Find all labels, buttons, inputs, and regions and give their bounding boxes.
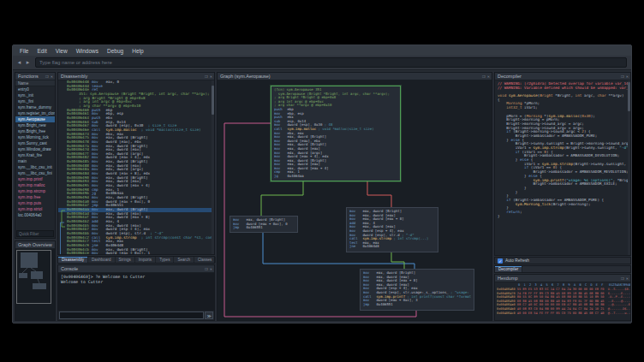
function-list-item[interactable]: sym.imp.free — [15, 194, 55, 200]
decompiler-panel: Decompiler ❐✕ // WARNING: [r2ghidra] Det… — [494, 72, 631, 256]
function-list-item[interactable]: sym.imp.strcmp — [15, 188, 55, 194]
back-icon[interactable]: ◂ — [15, 58, 23, 67]
close-icon[interactable]: ✕ — [626, 74, 629, 79]
function-list-item[interactable]: sym.imp.malloc — [15, 182, 55, 188]
tab-search[interactable]: Search — [174, 257, 194, 263]
function-list-item[interactable]: sym.Aeropause — [15, 116, 55, 122]
disassembly-listing[interactable]: 0x00406448mov eax, 00x0040644dleave 0x00… — [58, 80, 212, 254]
decompiler-panel-title: Decompiler — [495, 73, 630, 80]
function-list-item[interactable]: sym.Sunny_cast — [15, 140, 55, 146]
menubar: FileEditViewWindowsDebugHelp — [13, 45, 631, 56]
graph-node[interactable]: mov eax, dword [Bright]mov eax, dword [e… — [360, 269, 474, 311]
console-output[interactable]: [0x00406460]> ?e Welcome to CutterWelcom… — [58, 273, 214, 311]
tab-strings[interactable]: Strings — [116, 257, 135, 263]
float-icon[interactable]: ❐ — [621, 276, 624, 281]
function-list-item[interactable]: sym._fini — [15, 98, 55, 104]
console-line: Welcome to Cutter — [61, 280, 212, 285]
function-list-item[interactable]: main — [15, 158, 55, 164]
float-icon[interactable]: ❐ — [621, 74, 624, 79]
console-run-button[interactable]: ≫ — [205, 312, 213, 319]
disassembly-panel-title: Disassembly — [58, 73, 214, 80]
float-icon[interactable]: ❐ — [205, 267, 208, 271]
hexdump-row[interactable]: 0x004064c0 40 00 E8 54 FE FF FF 85 C0 75… — [497, 312, 630, 316]
disassembly-panel: Disassembly ❐✕ 0x00406448mov eax, 00x004… — [57, 72, 215, 255]
function-list-item[interactable]: loc.004064a0 — [15, 212, 55, 218]
menu-item-debug[interactable]: Debug — [103, 48, 128, 54]
graph-edge-false — [367, 180, 391, 207]
tab-dashboard[interactable]: Dashboard — [88, 257, 115, 263]
graph-node-line: jmp 0x406551 — [363, 303, 471, 307]
tab-imports[interactable]: Imports — [135, 257, 156, 263]
function-list-item[interactable]: sym.register_tm_clones — [15, 110, 55, 116]
function-list-item[interactable]: entry0 — [15, 86, 55, 92]
float-icon[interactable]: ❐ — [482, 74, 486, 79]
console-panel: Console ❐✕ [0x00406460]> ?e Welcome to C… — [57, 264, 215, 321]
function-list-item[interactable]: sym.Window_draw — [15, 146, 55, 152]
jump-arrows — [59, 88, 67, 254]
auto-refresh-checkbox[interactable]: ✓ — [498, 258, 503, 264]
tab-classes[interactable]: Classes — [194, 257, 216, 263]
search-input[interactable] — [35, 57, 627, 68]
decompiler-line: } — [498, 215, 628, 219]
graph-panel-title: Graph (sym.Aeropause) — [218, 73, 492, 80]
disasm-line[interactable]: 0x004064cemov dword [eax + 0xc], 1 — [58, 252, 212, 254]
graph-node-line: jg 0x4064aa — [274, 175, 397, 179]
function-list-item[interactable]: sym.Morning_tick — [15, 134, 55, 140]
function-list-item[interactable]: sym.__libc_csu_fini — [15, 170, 55, 176]
close-icon[interactable]: ✕ — [487, 74, 490, 79]
graph-edge-true — [391, 252, 404, 269]
tab-types[interactable]: Types — [156, 257, 174, 263]
function-list-item[interactable]: sym.Bright_free — [15, 128, 55, 134]
function-list-item[interactable]: sym.imp.puts — [15, 200, 55, 206]
graph-overview-minimap[interactable] — [15, 249, 55, 320]
function-list-item[interactable]: sym.Krait_fire — [15, 152, 55, 158]
console-input[interactable] — [59, 312, 204, 319]
quick-filter-input[interactable] — [16, 230, 54, 237]
tab-decompiler[interactable]: Decompiler — [495, 266, 522, 272]
close-icon[interactable]: ✕ — [210, 267, 212, 271]
decompiler-tabstrip: Decompiler — [494, 265, 631, 273]
graph-canvas[interactable]: (fcn) sym.Aeropause 351 sym.Aeropause (B… — [218, 80, 492, 320]
decompiler-scrollbar[interactable] — [628, 80, 630, 255]
hexdump-panel-title: Hexdump — [495, 275, 630, 282]
menu-item-edit[interactable]: Edit — [33, 48, 51, 54]
graph-node[interactable]: mov eax, dword [Bright]mov dword [eax + … — [230, 216, 298, 233]
menu-item-view[interactable]: View — [51, 48, 72, 54]
float-icon[interactable]: ❐ — [205, 74, 208, 79]
menu-item-file[interactable]: File — [15, 48, 33, 54]
function-list-item[interactable]: sym.imp.printf — [15, 176, 55, 182]
float-icon[interactable]: ❐ — [45, 74, 49, 79]
graph-overview-title: Graph Overview — [15, 241, 55, 249]
functions-list: entry0sym._initsym._finisym.frame_dummys… — [15, 86, 55, 228]
close-icon[interactable]: ✕ — [51, 74, 53, 79]
decompiler-line: void sym.Aeropause(Bright *Bright, int a… — [498, 94, 628, 98]
cutter-window: FileEditViewWindowsDebugHelp ◂ ▸ Functio… — [12, 45, 632, 323]
console-panel-title: Console — [58, 265, 214, 273]
graph-overview-panel: Graph Overview — [15, 240, 56, 321]
function-list-item[interactable]: sym.imp.strtol — [15, 206, 55, 212]
graph-edge-true — [261, 180, 303, 216]
menu-item-help[interactable]: Help — [128, 48, 147, 54]
graph-panel: Graph (sym.Aeropause) ❐✕ (fcn) sym.Aerop… — [217, 72, 492, 321]
graph-node[interactable]: mov eax, dword [Bright]mov eax, dword [e… — [346, 207, 438, 252]
decompiler-controls: ✓ Auto Refresh — [494, 257, 631, 264]
function-list-item[interactable]: sym.__libc_csu_init — [15, 164, 55, 170]
function-list-item[interactable]: sym.frame_dummy — [15, 104, 55, 110]
decompiler-line: // WARNING: Variable defined which shoul… — [498, 86, 628, 91]
tab-disassembly[interactable]: Disassembly — [58, 257, 88, 263]
decompiler-code[interactable]: // WARNING: [r2ghidra] Detected overlap … — [495, 80, 628, 255]
graph-node-line: jne 0x4064d8 — [349, 245, 435, 249]
close-icon[interactable]: ✕ — [626, 276, 629, 281]
disassembly-scrollbar[interactable] — [212, 80, 214, 254]
auto-refresh-label: Auto Refresh — [505, 258, 529, 263]
functions-column-header[interactable]: Name — [15, 80, 55, 86]
forward-icon[interactable]: ▸ — [24, 58, 32, 67]
hexdump-listing[interactable]: 0 1 2 3 4 5 6 7 8 9 A B C D E F 01234567… — [495, 282, 630, 320]
toolbar: ◂ ▸ — [13, 56, 631, 70]
function-list-item[interactable]: sym._init — [15, 92, 55, 98]
functions-panel: Functions ❐✕ Name entry0sym._initsym._fi… — [15, 72, 56, 239]
graph-node[interactable]: (fcn) sym.Aeropause 351 sym.Aeropause (B… — [271, 86, 401, 181]
function-list-item[interactable]: sym.Bright_new — [15, 122, 55, 128]
close-icon[interactable]: ✕ — [210, 74, 212, 79]
menu-item-windows[interactable]: Windows — [72, 48, 103, 54]
